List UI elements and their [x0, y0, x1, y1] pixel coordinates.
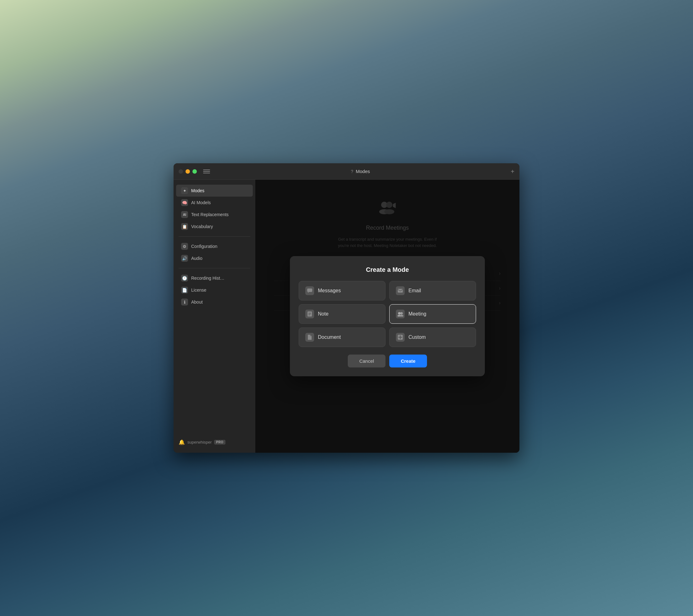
sidebar-other-section: 🕐 Recording Hist… 📄 License ℹ About	[174, 271, 255, 309]
sidebar-item-license[interactable]: 📄 License	[176, 284, 253, 296]
sidebar-item-ai-models[interactable]: 🧠 AI Models	[176, 197, 253, 209]
modal-title: Create a Mode	[299, 266, 476, 273]
sidebar-item-label: Recording Hist…	[191, 275, 224, 281]
pro-badge: PRO	[214, 440, 225, 445]
document-icon	[305, 333, 314, 342]
sidebar-toggle-button[interactable]	[203, 169, 210, 174]
email-label: Email	[409, 288, 421, 293]
create-button[interactable]: Create	[389, 354, 427, 367]
mode-option-custom[interactable]: Custom	[389, 328, 476, 347]
document-label: Document	[318, 334, 341, 340]
sidebar-item-label: Modes	[191, 188, 204, 193]
minimize-button[interactable]	[185, 169, 190, 174]
recording-history-icon: 🕐	[181, 275, 188, 282]
email-icon	[396, 286, 405, 295]
license-icon: 📄	[181, 287, 188, 293]
app-window: ? Modes + ✦ Modes 🧠 AI Models AI	[174, 163, 519, 453]
messages-label: Messages	[318, 288, 341, 293]
sidebar-settings-section: ⚙ Configuration 🔊 Audio	[174, 239, 255, 266]
mode-option-document[interactable]: Document	[299, 328, 385, 347]
sidebar-footer: 🔔 superwhisper PRO	[174, 436, 255, 449]
sidebar-item-configuration[interactable]: ⚙ Configuration	[176, 240, 253, 252]
sidebar-item-text-replacements[interactable]: AI Text Replacements	[176, 209, 253, 220]
app-logo-icon: 🔔	[179, 439, 185, 445]
traffic-lights	[179, 169, 197, 174]
sidebar-item-audio[interactable]: 🔊 Audio	[176, 252, 253, 264]
svg-point-10	[398, 312, 401, 314]
help-icon: ?	[351, 169, 353, 174]
cancel-button[interactable]: Cancel	[348, 354, 385, 367]
svg-point-11	[400, 312, 403, 314]
close-button[interactable]	[179, 169, 183, 174]
note-label: Note	[318, 311, 329, 317]
sidebar-divider-2	[179, 268, 250, 268]
text-replacements-icon: AI	[181, 211, 188, 218]
title-bar-center: ? Modes	[214, 169, 507, 174]
mode-option-messages[interactable]: Messages	[299, 281, 385, 301]
sidebar-item-label: Vocabulary	[191, 224, 213, 229]
sidebar-item-about[interactable]: ℹ About	[176, 296, 253, 308]
custom-icon	[396, 333, 405, 342]
mode-option-meeting[interactable]: Meeting	[389, 304, 476, 324]
sidebar-item-modes[interactable]: ✦ Modes	[176, 185, 253, 197]
sidebar-item-label: AI Models	[191, 200, 211, 205]
add-mode-button[interactable]: +	[511, 168, 514, 175]
messages-icon	[305, 286, 314, 295]
mode-option-note[interactable]: Note	[299, 304, 385, 324]
main-content: Record Meetings Get a transcript and sum…	[255, 180, 519, 453]
sidebar-main-section: ✦ Modes 🧠 AI Models AI Text Replacements…	[174, 184, 255, 234]
meeting-label: Meeting	[409, 311, 427, 317]
modes-icon: ✦	[181, 187, 188, 194]
sidebar-item-vocabulary[interactable]: 📋 Vocabulary	[176, 220, 253, 232]
sidebar-item-recording-history[interactable]: 🕐 Recording Hist…	[176, 272, 253, 284]
meeting-icon	[396, 310, 405, 319]
audio-icon: 🔊	[181, 255, 188, 262]
app-name-label: superwhisper	[187, 440, 212, 445]
sidebar-item-label: Audio	[191, 256, 202, 261]
svg-rect-4	[307, 288, 312, 292]
mode-option-email[interactable]: Email	[389, 281, 476, 301]
vocabulary-icon: 📋	[181, 223, 188, 230]
sidebar: ✦ Modes 🧠 AI Models AI Text Replacements…	[174, 180, 255, 453]
sidebar-item-label: Text Replacements	[191, 212, 229, 217]
sidebar-item-label: About	[191, 300, 203, 305]
sidebar-spacer	[174, 309, 255, 436]
modal-actions: Cancel Create	[299, 354, 476, 367]
mode-options-grid: Messages Email	[299, 281, 476, 347]
note-icon	[305, 310, 314, 319]
title-bar: ? Modes +	[174, 163, 519, 180]
ai-models-icon: 🧠	[181, 199, 188, 206]
maximize-button[interactable]	[193, 169, 197, 174]
about-icon: ℹ	[181, 299, 188, 306]
window-title: Modes	[356, 169, 370, 174]
create-mode-modal: Create a Mode Messages	[290, 256, 485, 376]
sidebar-item-label: License	[191, 288, 206, 293]
app-body: ✦ Modes 🧠 AI Models AI Text Replacements…	[174, 180, 519, 453]
custom-label: Custom	[409, 334, 426, 340]
configuration-icon: ⚙	[181, 243, 188, 250]
modal-overlay: Create a Mode Messages	[255, 180, 519, 453]
svg-rect-5	[398, 289, 403, 293]
sidebar-item-label: Configuration	[191, 244, 217, 249]
